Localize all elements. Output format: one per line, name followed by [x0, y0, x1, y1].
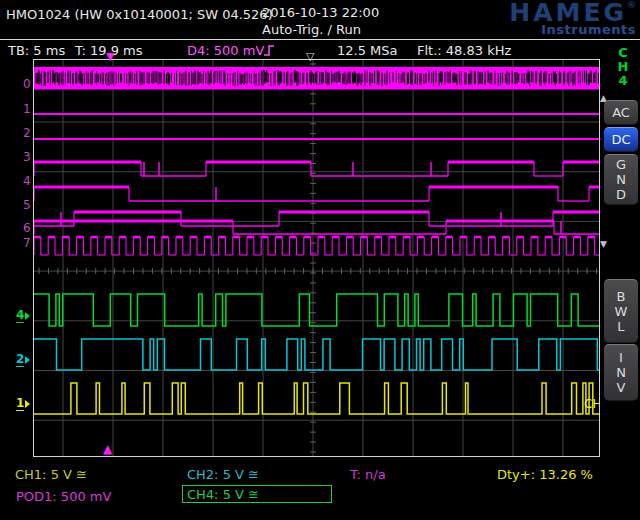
sample-rate-readout: 12.5 MSa — [337, 43, 398, 58]
ch1-status: CH1: 5 V ≅ — [15, 467, 87, 482]
brand-subtitle: Instruments — [448, 23, 636, 36]
d0-trace — [34, 68, 600, 88]
ch4-reference-marker: 4 — [16, 309, 30, 321]
oscilloscope-screen: HMO1024 (HW 0x10140001; SW 04.526) 2016-… — [0, 0, 640, 520]
ch4-marker-arrow-icon — [25, 312, 30, 320]
d0-channel-label: 0 — [23, 78, 31, 90]
ch4-marker-label: 4 — [16, 308, 24, 323]
ch4-trace — [34, 294, 600, 326]
menu-button-dc[interactable]: DC — [604, 127, 638, 152]
timebase-readout: TB: 5 ms — [8, 43, 65, 58]
ch1-marker-arrow-icon — [25, 400, 30, 408]
ch2-status: CH2: 5 V ≅ — [187, 467, 259, 482]
registered-mark: ® — [627, 0, 636, 10]
waveform-traces — [34, 60, 600, 457]
d4-channel-label: 4 — [23, 175, 31, 187]
d3-trace — [34, 162, 600, 176]
menu-button-gnd[interactable]: G N D — [604, 154, 638, 205]
ch1-marker-label: 1 — [16, 396, 24, 411]
trigger-position-marker: ▼ — [106, 51, 114, 62]
menu-button-ac[interactable]: AC — [604, 100, 638, 125]
trace-overlay-label: CH — [584, 398, 600, 411]
pod1-status: POD1: 500 mV — [16, 489, 111, 504]
pod-scroll-down-marker: ▼ — [600, 239, 607, 250]
trigger-frequency-status: T: n/a — [350, 467, 386, 482]
d7-trace — [34, 237, 600, 255]
d1-channel-label: 1 — [23, 103, 31, 115]
acquisition-status: Auto-Trig. / Run — [262, 22, 361, 37]
device-info: HMO1024 (HW 0x10140001; SW 04.526) — [6, 7, 273, 22]
d5-channel-label: 5 — [23, 199, 31, 211]
sidebar-channel-label: C H 4 — [610, 46, 636, 88]
menu-button-inv[interactable]: I N V — [604, 344, 638, 401]
ch2-marker-arrow-icon — [25, 356, 30, 364]
ch2-reference-marker: 2 — [16, 353, 30, 365]
d4-trace — [34, 187, 600, 201]
trigger-readout: D4: 500 mV — [187, 43, 264, 58]
rising-edge-icon — [262, 43, 276, 57]
filter-readout: Flt.: 48.83 kHz — [417, 43, 511, 58]
ch4-status: CH4: 5 V ≅ — [183, 486, 331, 502]
d6-trace — [34, 221, 600, 234]
brand-logo: HAMEG® Instruments — [448, 0, 636, 36]
d2-channel-label: 2 — [23, 127, 31, 139]
menu-button-bwl[interactable]: B W L — [604, 279, 638, 343]
ch1-trace — [34, 383, 600, 414]
ch2-marker-label: 2 — [16, 352, 24, 367]
graticule: CH — [33, 59, 600, 457]
ch1-reference-marker: 1 — [16, 397, 30, 409]
ch4-status-box: CH4: 5 V ≅ — [182, 485, 332, 503]
d6-channel-label: 6 — [23, 222, 31, 234]
d3-channel-label: 3 — [23, 151, 31, 163]
datetime: 2016-10-13 22:00 — [262, 5, 379, 20]
reference-position-marker: ▽ — [306, 51, 314, 62]
header-separator — [0, 39, 640, 40]
d7-channel-label: 7 — [23, 237, 31, 249]
d5-trace — [34, 212, 600, 226]
duty-cycle-measurement: Dty+: 13.26 % — [497, 467, 593, 482]
ch2-trace — [34, 339, 600, 370]
time-reference-marker: ▲ — [103, 444, 112, 455]
